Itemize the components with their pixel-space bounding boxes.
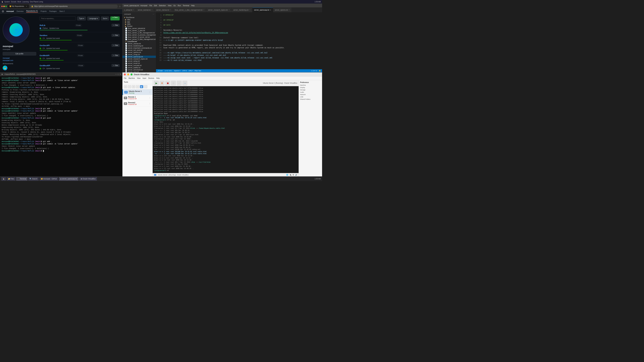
taskbar-files[interactable]: 📁 Files	[7, 177, 16, 181]
vbox-next-btn[interactable]: →	[144, 85, 147, 88]
tab-close[interactable]: ✕	[133, 9, 134, 11]
tree-filemgmt[interactable]: 📄 linux_server_2_file_management.txt	[122, 32, 156, 34]
tree-suricata[interactable]: 📄 server_suricata.txt	[122, 64, 156, 66]
taskbar-vbox[interactable]: 🖥 Oracle VirtualBox	[79, 177, 97, 181]
explorer-actions[interactable]: ⋯	[153, 13, 154, 15]
vscode-menu-view[interactable]: View	[168, 5, 172, 6]
chrome-tab-github[interactable]: 🐱 My Repositories ✕	[8, 4, 29, 8]
tree-research[interactable]: 📄 server_research_topics.txt	[122, 58, 156, 60]
tree-clamav[interactable]: 📄 server_clamav.txt	[122, 42, 156, 45]
maximize-btn[interactable]	[5, 6, 7, 7]
vbox-add-btn[interactable]: +	[128, 85, 131, 88]
repo-star-sandbox[interactable]: ☆ Star	[112, 34, 120, 37]
tree-hardening[interactable]: 📄 server_hardening.txt	[122, 45, 156, 47]
vbox-icon-network[interactable]: 🌐	[286, 174, 288, 176]
repos-search-input[interactable]	[40, 16, 76, 20]
editor-content[interactable]: 1 # OPENSCAP 2 3 ## OPENCAP 4	[156, 12, 322, 69]
tree-nmap[interactable]: 📄 server_nmap.txt	[122, 53, 156, 56]
tab-close-8[interactable]: ✕	[288, 9, 290, 11]
nav-packages[interactable]: Packages	[49, 10, 57, 12]
tree-linuxserver-folder[interactable]: ▼ LinuxServer	[122, 40, 156, 42]
repo-name-sandbox[interactable]: Sandbox	[40, 34, 47, 36]
tab-close-6[interactable]: ✕	[249, 9, 250, 11]
terminal-minimize[interactable]: ─	[116, 73, 116, 75]
code-url[interactable]: https://www.server-world.info/en/note?os…	[164, 31, 228, 34]
tab-close-4[interactable]: ✕	[203, 9, 204, 11]
close-btn[interactable]	[1, 6, 3, 7]
github-link-website[interactable]: moovpad.com	[3, 59, 36, 61]
tree-plex[interactable]: 📄 linux_server_1_plex.txt	[122, 29, 156, 32]
tree-idea[interactable]: ▶ idea	[122, 18, 156, 21]
address-bar[interactable]: 🔒 https://github.com/moovpad?tab=reposit…	[30, 4, 118, 8]
tab-tutorial[interactable]: server_tutorial.txt ✕	[136, 7, 154, 12]
tree-server4[interactable]: 📄 linux_server_4_server_set.txt	[122, 36, 156, 38]
vbox-vm-remote-1[interactable]: 🖥 Remote 1 Powered Off ⋮	[122, 95, 152, 101]
tree-smart[interactable]: 📄 server_smart.txt	[122, 62, 156, 64]
terminal-maximize[interactable]: □	[118, 73, 118, 75]
tree-important[interactable]: 📄 server_important_commands.txt	[122, 47, 156, 49]
vbox-icon-usb[interactable]: 🔌	[289, 174, 292, 176]
vscode-menu-edit[interactable]: Edit	[154, 5, 157, 6]
taskbar-chrome[interactable]: 🐱 moovpad - GitHub	[40, 177, 58, 181]
vbox-minimize-btn[interactable]	[127, 73, 129, 75]
vbox-toolbar-stop[interactable]: ⏹	[166, 81, 170, 85]
edit-profile-btn[interactable]: Edit profile	[3, 52, 36, 55]
tree-procmgmt[interactable]: 📄 linux_server_3_process_management.txt	[122, 34, 156, 36]
vbox-toolbar-pause[interactable]: ⏸	[160, 81, 164, 85]
vscode-menu-help[interactable]: Help	[191, 5, 195, 6]
vbox-maximize-btn[interactable]	[130, 73, 132, 75]
tree-zero[interactable]: 📄 server_zero.txt	[122, 71, 156, 72]
repo-name-genmooapi[interactable]: GenMooAPI	[40, 64, 50, 66]
vbox-start-green-btn[interactable]: ▶	[140, 85, 143, 88]
vbox-icon-sound[interactable]: 🔊	[295, 174, 297, 176]
vbox-discard-btn[interactable]: ↩	[136, 85, 139, 88]
vbox-vm-menu-1[interactable]: ⋮	[148, 91, 151, 93]
vscode-menu-go[interactable]: Go	[174, 5, 176, 6]
vbox-close-btn[interactable]	[124, 73, 126, 75]
repo-star-genmetapi[interactable]: ☆ Star	[112, 54, 120, 57]
tree-nettools[interactable]: 📄 server_net_tools.txt	[122, 49, 156, 51]
tree-root[interactable]: ▼ linuxServer	[122, 16, 156, 18]
tree-app[interactable]: ▶ app	[122, 21, 156, 23]
chrome-tab-close[interactable]: ✕	[26, 5, 27, 7]
vbox-vm-ubuntu-server-1[interactable]: 🖥 Ubuntu Server 1 Running ⋮	[122, 89, 152, 95]
taskbar-terminal[interactable]: ⬛ Terminal	[16, 177, 28, 181]
vscode-menu-file[interactable]: File	[149, 5, 152, 6]
minimize-btn[interactable]	[3, 6, 5, 7]
tree-docker[interactable]: ▶ Docker	[122, 25, 156, 27]
github-link-moovpad[interactable]: moovpad	[3, 57, 36, 59]
vscode-menu-selection[interactable]: Selection	[159, 5, 166, 6]
vbox-menu-devices[interactable]: Devices	[148, 77, 154, 79]
tab-setup[interactable]: x_setup.txt ✕	[122, 7, 136, 12]
vbox-vm-menu-3[interactable]: ⋮	[148, 102, 151, 105]
nav-stars[interactable]: Stars 2	[60, 10, 65, 12]
tab-close-7[interactable]: ✕	[270, 9, 271, 11]
new-repo-btn[interactable]: ✦ New	[110, 16, 120, 20]
tab-njeenix[interactable]: server_njeenix.txt ✕	[273, 7, 292, 12]
tab-hardening[interactable]: server_hardening.txt ✕	[232, 7, 252, 12]
repo-star-reflib[interactable]: ☆ Star	[112, 24, 120, 27]
nav-projects[interactable]: Projects	[40, 10, 47, 12]
vbox-vm-menu-2[interactable]: ⋮	[148, 97, 151, 99]
vbox-settings-btn[interactable]: ⚙	[132, 85, 135, 88]
tab-research[interactable]: server_research_topics.txt ✕	[206, 7, 232, 12]
vbox-icon-display[interactable]: 🖥	[292, 174, 294, 176]
tab-close-5[interactable]: ✕	[228, 9, 230, 11]
vscode-menu-terminal[interactable]: Terminal	[183, 5, 189, 6]
repo-star-gensecapi[interactable]: ☆ Star	[112, 44, 120, 47]
repo-name-gensecapi[interactable]: GenSecAPI	[40, 44, 50, 46]
vbox-terminal[interactable]: Definition oval:com.ubuntu.noble:def-673…	[153, 86, 298, 173]
repo-name-genmetapi[interactable]: GenMetAPI	[40, 54, 50, 56]
vbox-toolbar-start[interactable]: ▶	[154, 81, 159, 85]
sort-filter-btn[interactable]: Sort ▾	[101, 16, 109, 20]
tab-clamav[interactable]: server_clamav.txt ✕	[154, 7, 173, 12]
vbox-menu-file[interactable]: File	[124, 77, 126, 79]
vbox-menu-input[interactable]: Input	[142, 77, 146, 79]
tree-waflist[interactable]: 📄 server_waflist.txt	[122, 66, 156, 69]
vbox-toolbar-logs[interactable]: →	[182, 81, 187, 85]
vbox-menu-machine[interactable]: Machine	[128, 77, 135, 79]
taskbar-vscode[interactable]: ◈ server_openscap.txt	[59, 177, 78, 181]
tab-disk[interactable]: linux_server_1_disk_management.txt ✕	[173, 7, 206, 12]
repo-name-reflib[interactable]: RefLib	[40, 24, 45, 26]
bookmark-icon[interactable]: ☆	[119, 5, 121, 8]
